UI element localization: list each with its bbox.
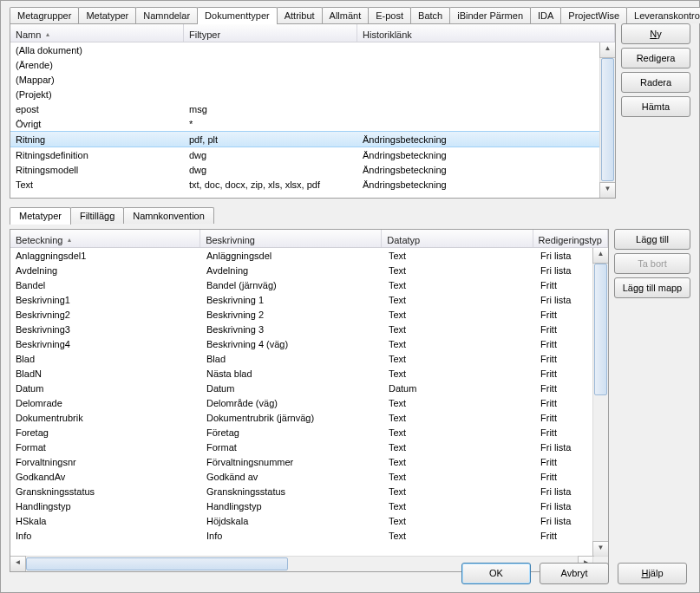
main-tab[interactable]: Metagrupper — [10, 7, 79, 23]
scroll-thumb[interactable] — [601, 58, 614, 181]
scroll-down-icon[interactable]: ▼ — [599, 182, 615, 198]
column-header[interactable]: Redigeringstyp — [533, 230, 608, 247]
table-row[interactable]: HandlingstypHandlingstypTextFri lista — [10, 499, 593, 513]
table-row[interactable]: Beskrivning4Beskrivning 4 (väg)TextFritt — [10, 336, 593, 351]
main-tab[interactable]: Namndelar — [135, 7, 198, 23]
cell-beskrivning: Beskrivning 2 — [201, 310, 383, 320]
table-row[interactable]: Texttxt, doc, docx, zip, xls, xlsx, pdfÄ… — [10, 177, 600, 192]
main-tab[interactable]: Metatyper — [78, 7, 136, 23]
table-row[interactable]: DatumDatumDatumFritt — [10, 381, 593, 395]
sub-tab[interactable]: Metatyper — [10, 207, 71, 225]
table-row[interactable]: GranskningsstatusGranskningsstatusTextFr… — [10, 484, 593, 499]
cell-redigeringstyp: Fri lista — [535, 295, 593, 305]
table-row[interactable]: Beskrivning3Beskrivning 3TextFritt — [10, 322, 593, 336]
table-row[interactable]: RitningsmodelldwgÄndringsbeteckning — [10, 162, 600, 177]
cell-beteckning: Delomrade — [10, 398, 201, 408]
ok-button[interactable]: OK — [461, 563, 531, 584]
fetch-button[interactable]: Hämta — [621, 96, 690, 117]
cell-filetypes: txt, doc, docx, zip, xls, xlsx, pdf — [184, 179, 357, 190]
cell-name: (Alla dokument) — [10, 45, 184, 55]
cell-beskrivning: Delområde (väg) — [201, 398, 383, 408]
cell-datatyp: Text — [383, 251, 535, 261]
table-row[interactable]: ForetagFöretagTextFritt — [10, 425, 593, 440]
cancel-button[interactable]: Avbryt — [540, 563, 609, 584]
cell-historylink: Ändringsbeteckning — [357, 179, 600, 190]
cell-redigeringstyp: Fritt — [535, 398, 593, 408]
column-header[interactable]: Namn▴ — [10, 24, 184, 42]
main-tab[interactable]: Dokumenttyper — [197, 7, 278, 24]
table-row[interactable]: Beskrivning1Beskrivning 1TextFri lista — [10, 292, 593, 307]
cell-beskrivning: Anläggningsdel — [201, 251, 383, 261]
table-row[interactable]: ForvaltningsnrFörvaltningsnummerTextFrit… — [10, 454, 593, 469]
table-row[interactable]: HSkalaHöjdskalaTextFri lista — [10, 513, 593, 528]
table-row[interactable]: (Alla dokument) — [10, 42, 600, 57]
delete-button[interactable]: Radera — [621, 72, 690, 93]
main-tab[interactable]: IDA — [530, 7, 561, 23]
help-button[interactable]: Hjälp — [618, 563, 687, 584]
table-row[interactable]: Övrigt* — [10, 116, 600, 131]
table-row[interactable]: GodkandAvGodkänd avTextFritt — [10, 469, 593, 484]
column-header[interactable]: Beskrivning — [200, 230, 382, 247]
main-tab[interactable]: Batch — [410, 7, 450, 23]
cell-beteckning: Avdelning — [10, 265, 201, 276]
cell-redigeringstyp: Fri lista — [535, 486, 593, 497]
cell-datatyp: Text — [383, 413, 535, 423]
cell-name: (Mappar) — [10, 75, 184, 85]
table-row[interactable]: BladNNästa bladTextFritt — [10, 366, 593, 381]
dialog-window: MetagrupperMetatyperNamndelarDokumenttyp… — [0, 0, 700, 593]
cell-name: Ritningsdefinition — [10, 150, 184, 160]
main-tab[interactable]: Leveranskontroll — [626, 7, 700, 23]
cell-datatyp: Text — [383, 265, 535, 276]
cell-datatyp: Text — [383, 457, 535, 467]
cell-datatyp: Text — [383, 368, 535, 379]
main-tab[interactable]: ProjectWise — [560, 7, 627, 23]
sub-tab[interactable]: Namnkonvention — [123, 207, 214, 224]
table-row[interactable]: (Mappar) — [10, 72, 600, 87]
cell-datatyp: Text — [383, 486, 535, 497]
new-button[interactable]: Ny — [621, 23, 690, 44]
scroll-up-icon[interactable]: ▲ — [599, 42, 615, 58]
table-row[interactable]: FormatFormatTextFri lista — [10, 440, 593, 454]
cell-beteckning: Bandel — [10, 280, 201, 290]
cell-beteckning: GodkandAv — [10, 472, 201, 482]
scroll-thumb[interactable] — [594, 264, 607, 395]
table-row[interactable]: Ritningpdf, pltÄndringsbeteckning — [10, 131, 600, 147]
table-row[interactable]: Anlaggningsdel1AnläggningsdelTextFri lis… — [10, 248, 593, 263]
sub-tab[interactable]: Filtillägg — [70, 207, 124, 224]
table-row[interactable]: BladBladTextFritt — [10, 351, 593, 366]
column-header[interactable]: Datatyp — [382, 230, 533, 247]
table-row[interactable]: Beskrivning2Beskrivning 2TextFritt — [10, 307, 593, 322]
main-tab[interactable]: iBinder Pärmen — [449, 7, 531, 23]
scroll-up-icon[interactable]: ▲ — [592, 248, 608, 264]
table-row[interactable]: RitningsdefinitiondwgÄndringsbeteckning — [10, 147, 600, 162]
table-row[interactable]: (Ärende) — [10, 57, 600, 72]
table-row[interactable]: AvdelningAvdelningTextFri lista — [10, 263, 593, 277]
table-row[interactable]: BandelBandel (järnväg)TextFritt — [10, 277, 593, 292]
remove-button[interactable]: Ta bort — [614, 253, 690, 274]
table-row[interactable]: epostmsg — [10, 101, 600, 116]
table-row[interactable]: (Projekt) — [10, 87, 600, 101]
cell-historylink: Ändringsbeteckning — [357, 165, 600, 175]
main-tab[interactable]: E-post — [368, 7, 411, 23]
table-row[interactable]: DokumentrubrikDokumentrubrik (järnväg)Te… — [10, 410, 593, 425]
grid-header: Beteckning▴BeskrivningDatatypRedigerings… — [10, 230, 608, 248]
column-header[interactable]: Historiklänk — [357, 24, 615, 42]
vertical-scrollbar[interactable]: ▲ ▼ — [599, 42, 615, 198]
cell-redigeringstyp: Fritt — [535, 427, 593, 438]
column-header[interactable]: Filtyper — [184, 24, 357, 42]
table-row[interactable]: DelomradeDelområde (väg)TextFritt — [10, 395, 593, 410]
main-tab[interactable]: Attribut — [277, 7, 323, 23]
add-button[interactable]: Lägg till — [614, 229, 690, 250]
column-header[interactable]: Beteckning▴ — [10, 230, 200, 247]
edit-button[interactable]: Redigera — [621, 48, 690, 68]
vertical-scrollbar[interactable]: ▲ ▼ — [592, 248, 608, 557]
add-folder-button[interactable]: Lägg till mapp — [614, 277, 690, 298]
main-tab[interactable]: Allmänt — [322, 7, 370, 23]
cell-datatyp: Text — [383, 531, 535, 541]
cell-beskrivning: Blad — [201, 354, 383, 364]
cell-redigeringstyp: Fritt — [535, 472, 593, 482]
cell-datatyp: Text — [383, 501, 535, 512]
cell-beskrivning: Granskningsstatus — [201, 486, 383, 497]
cell-beteckning: Beskrivning4 — [10, 339, 201, 349]
table-row[interactable]: InfoInfoTextFritt — [10, 528, 593, 543]
